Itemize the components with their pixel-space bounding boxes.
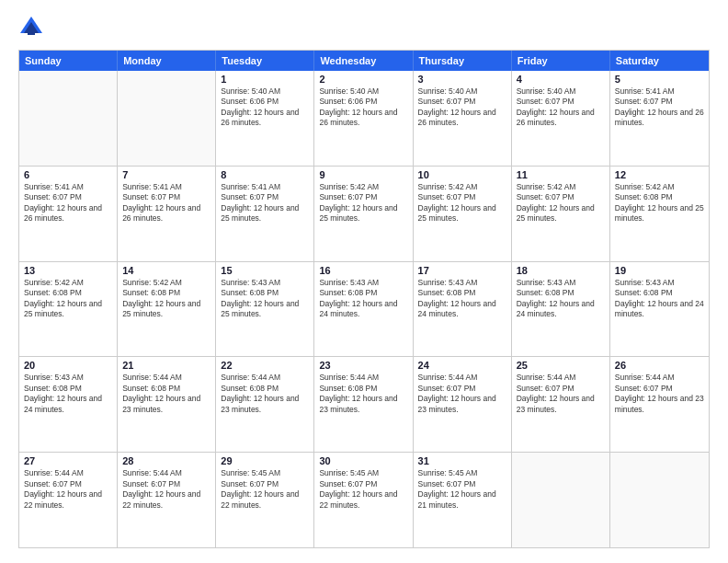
day-number: 4 [517,74,605,85]
cell-info: Sunrise: 5:43 AM Sunset: 6:08 PM Dayligh… [615,278,704,320]
weekday-header-tuesday: Tuesday [216,51,314,71]
cell-info: Sunrise: 5:44 AM Sunset: 6:07 PM Dayligh… [418,373,506,415]
day-number: 25 [517,360,605,371]
day-number: 5 [615,74,704,85]
weekday-header-monday: Monday [118,51,216,71]
calendar-cell-day-17: 17Sunrise: 5:43 AM Sunset: 6:08 PM Dayli… [414,262,512,357]
cell-info: Sunrise: 5:44 AM Sunset: 6:07 PM Dayligh… [122,468,210,511]
day-number: 9 [319,169,407,180]
day-number: 2 [319,74,407,85]
day-number: 29 [221,455,309,466]
cell-info: Sunrise: 5:44 AM Sunset: 6:08 PM Dayligh… [221,373,309,415]
calendar-cell-day-18: 18Sunrise: 5:43 AM Sunset: 6:08 PM Dayli… [512,262,610,357]
calendar-body: 1Sunrise: 5:40 AM Sunset: 6:06 PM Daylig… [19,71,709,547]
day-number: 12 [615,169,704,180]
cell-info: Sunrise: 5:45 AM Sunset: 6:07 PM Dayligh… [418,468,506,511]
calendar-cell-day-14: 14Sunrise: 5:42 AM Sunset: 6:08 PM Dayli… [118,262,216,357]
calendar-cell-day-29: 29Sunrise: 5:45 AM Sunset: 6:07 PM Dayli… [216,453,314,547]
cell-info: Sunrise: 5:40 AM Sunset: 6:07 PM Dayligh… [517,86,605,129]
calendar-cell-empty [610,453,709,547]
cell-info: Sunrise: 5:41 AM Sunset: 6:07 PM Dayligh… [615,86,704,129]
cell-info: Sunrise: 5:43 AM Sunset: 6:08 PM Dayligh… [517,278,605,320]
day-number: 3 [418,74,506,85]
weekday-header-saturday: Saturday [610,51,709,71]
logo-icon [18,15,44,40]
cell-info: Sunrise: 5:42 AM Sunset: 6:07 PM Dayligh… [517,182,605,224]
cell-info: Sunrise: 5:44 AM Sunset: 6:08 PM Dayligh… [319,373,407,415]
cell-info: Sunrise: 5:43 AM Sunset: 6:08 PM Dayligh… [24,373,112,415]
day-number: 15 [221,265,309,276]
day-number: 14 [122,265,210,276]
calendar-cell-day-25: 25Sunrise: 5:44 AM Sunset: 6:07 PM Dayli… [512,357,610,452]
calendar-cell-day-1: 1Sunrise: 5:40 AM Sunset: 6:06 PM Daylig… [216,71,314,166]
day-number: 30 [319,455,407,466]
day-number: 21 [122,360,210,371]
cell-info: Sunrise: 5:41 AM Sunset: 6:07 PM Dayligh… [122,182,210,224]
day-number: 27 [24,455,112,466]
cell-info: Sunrise: 5:45 AM Sunset: 6:07 PM Dayligh… [221,468,309,511]
day-number: 6 [24,169,112,180]
calendar-cell-day-28: 28Sunrise: 5:44 AM Sunset: 6:07 PM Dayli… [118,453,216,547]
calendar-cell-day-20: 20Sunrise: 5:43 AM Sunset: 6:08 PM Dayli… [19,357,118,452]
cell-info: Sunrise: 5:43 AM Sunset: 6:08 PM Dayligh… [319,278,407,320]
calendar-cell-day-19: 19Sunrise: 5:43 AM Sunset: 6:08 PM Dayli… [610,262,709,357]
calendar-cell-day-3: 3Sunrise: 5:40 AM Sunset: 6:07 PM Daylig… [414,71,512,166]
calendar-cell-day-15: 15Sunrise: 5:43 AM Sunset: 6:08 PM Dayli… [216,262,314,357]
calendar-cell-day-5: 5Sunrise: 5:41 AM Sunset: 6:07 PM Daylig… [610,71,709,166]
calendar-cell-day-8: 8Sunrise: 5:41 AM Sunset: 6:07 PM Daylig… [216,167,314,261]
calendar-row-4: 20Sunrise: 5:43 AM Sunset: 6:08 PM Dayli… [19,356,709,452]
calendar-cell-day-4: 4Sunrise: 5:40 AM Sunset: 6:07 PM Daylig… [512,71,610,166]
calendar-cell-day-22: 22Sunrise: 5:44 AM Sunset: 6:08 PM Dayli… [216,357,314,452]
cell-info: Sunrise: 5:44 AM Sunset: 6:07 PM Dayligh… [24,468,112,511]
calendar: SundayMondayTuesdayWednesdayThursdayFrid… [18,50,710,548]
cell-info: Sunrise: 5:45 AM Sunset: 6:07 PM Dayligh… [319,468,407,511]
cell-info: Sunrise: 5:41 AM Sunset: 6:07 PM Dayligh… [221,182,309,224]
day-number: 16 [319,265,407,276]
calendar-cell-day-11: 11Sunrise: 5:42 AM Sunset: 6:07 PM Dayli… [512,167,610,261]
weekday-header-thursday: Thursday [414,51,512,71]
day-number: 19 [615,265,704,276]
calendar-cell-day-31: 31Sunrise: 5:45 AM Sunset: 6:07 PM Dayli… [414,453,512,547]
page: SundayMondayTuesdayWednesdayThursdayFrid… [0,0,728,563]
cell-info: Sunrise: 5:40 AM Sunset: 6:07 PM Dayligh… [418,86,506,129]
calendar-cell-day-24: 24Sunrise: 5:44 AM Sunset: 6:07 PM Dayli… [414,357,512,452]
day-number: 26 [615,360,704,371]
day-number: 20 [24,360,112,371]
calendar-header: SundayMondayTuesdayWednesdayThursdayFrid… [19,51,709,71]
calendar-cell-day-9: 9Sunrise: 5:42 AM Sunset: 6:07 PM Daylig… [314,167,413,261]
calendar-cell-day-16: 16Sunrise: 5:43 AM Sunset: 6:08 PM Dayli… [314,262,413,357]
cell-info: Sunrise: 5:42 AM Sunset: 6:07 PM Dayligh… [418,182,506,224]
calendar-row-1: 1Sunrise: 5:40 AM Sunset: 6:06 PM Daylig… [19,71,709,166]
weekday-header-wednesday: Wednesday [314,51,413,71]
calendar-cell-day-10: 10Sunrise: 5:42 AM Sunset: 6:07 PM Dayli… [414,167,512,261]
day-number: 31 [418,455,506,466]
day-number: 8 [221,169,309,180]
calendar-cell-day-13: 13Sunrise: 5:42 AM Sunset: 6:08 PM Dayli… [19,262,118,357]
day-number: 28 [122,455,210,466]
cell-info: Sunrise: 5:41 AM Sunset: 6:07 PM Dayligh… [24,182,112,224]
calendar-cell-day-26: 26Sunrise: 5:44 AM Sunset: 6:07 PM Dayli… [610,357,709,452]
calendar-row-5: 27Sunrise: 5:44 AM Sunset: 6:07 PM Dayli… [19,452,709,547]
calendar-cell-day-6: 6Sunrise: 5:41 AM Sunset: 6:07 PM Daylig… [19,167,118,261]
calendar-cell-empty [512,453,610,547]
cell-info: Sunrise: 5:42 AM Sunset: 6:08 PM Dayligh… [122,278,210,320]
day-number: 13 [24,265,112,276]
day-number: 22 [221,360,309,371]
cell-info: Sunrise: 5:44 AM Sunset: 6:07 PM Dayligh… [517,373,605,415]
day-number: 17 [418,265,506,276]
calendar-cell-empty [19,71,118,166]
calendar-cell-day-7: 7Sunrise: 5:41 AM Sunset: 6:07 PM Daylig… [118,167,216,261]
day-number: 7 [122,169,210,180]
calendar-cell-day-21: 21Sunrise: 5:44 AM Sunset: 6:08 PM Dayli… [118,357,216,452]
day-number: 18 [517,265,605,276]
cell-info: Sunrise: 5:43 AM Sunset: 6:08 PM Dayligh… [418,278,506,320]
cell-info: Sunrise: 5:40 AM Sunset: 6:06 PM Dayligh… [319,86,407,129]
cell-info: Sunrise: 5:40 AM Sunset: 6:06 PM Dayligh… [221,86,309,129]
calendar-cell-day-23: 23Sunrise: 5:44 AM Sunset: 6:08 PM Dayli… [314,357,413,452]
day-number: 1 [221,74,309,85]
calendar-cell-day-12: 12Sunrise: 5:42 AM Sunset: 6:08 PM Dayli… [610,167,709,261]
day-number: 10 [418,169,506,180]
svg-rect-2 [28,29,35,35]
calendar-cell-day-30: 30Sunrise: 5:45 AM Sunset: 6:07 PM Dayli… [314,453,413,547]
calendar-cell-empty [118,71,216,166]
